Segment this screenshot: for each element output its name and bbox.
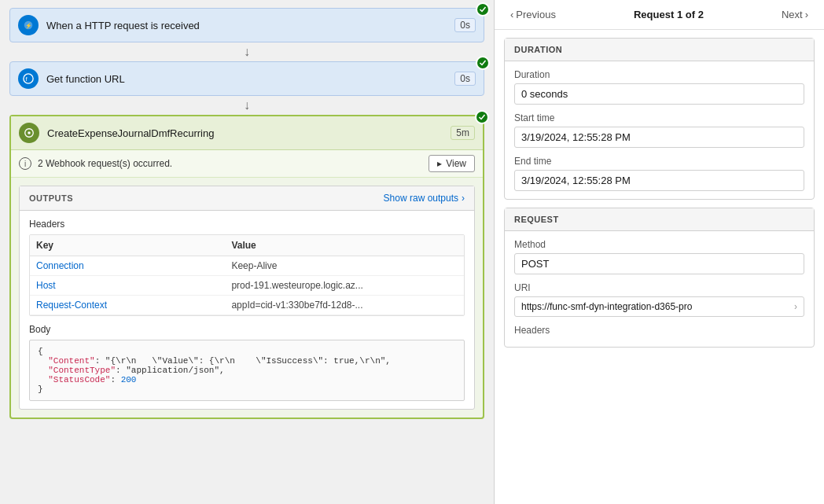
body-code-scroll: { "Content": "{\r\n \"Value\": {\r\n \"I… (38, 347, 456, 394)
view-button[interactable]: ▸ View (429, 155, 475, 172)
step-get-function[interactable]: f Get function URL 0s (9, 61, 484, 96)
row-key-context: Request-Context (30, 296, 225, 315)
col-value: Value (225, 235, 464, 256)
outputs-header: OUTPUTS Show raw outputs › (20, 186, 474, 211)
arrow-2: ↓ (9, 96, 484, 115)
uri-value: https://func-smf-dyn-integration-d365-pr… (514, 296, 804, 317)
webhook-bar: i 2 Webhook request(s) occurred. ▸ View (11, 150, 483, 178)
prev-chevron-icon: ‹ (510, 9, 513, 20)
headers-table-container: Key Value Connection Keep-Alive (29, 234, 465, 316)
uri-label: URI (514, 282, 804, 293)
row-val-host: prod-191.westeurope.logic.az... (225, 276, 464, 296)
end-time-label: End time (514, 156, 804, 167)
uri-text: https://func-smf-dyn-integration-d365-pr… (521, 301, 692, 312)
http-icon: ⚡ (18, 15, 39, 35)
body-code: { "Content": "{\r\n \"Value\": {\r\n \"I… (29, 340, 465, 401)
raw-outputs-chevron: › (462, 193, 465, 204)
row-val-context: appId=cid-v1:330be7fd-12d8-... (225, 296, 464, 315)
right-content: DURATION Duration 0 seconds Start time 3… (495, 30, 824, 504)
step-expense-label: CreateExpenseJournalDmfRecurring (47, 127, 451, 139)
body-label: Body (29, 324, 465, 335)
function-icon: f (18, 68, 39, 89)
right-panel: ‹ Previous Request 1 of 2 Next › DURATIO… (494, 0, 824, 504)
step-http-check (476, 2, 490, 17)
svg-text:f: f (26, 75, 28, 83)
duration-section: DURATION Duration 0 seconds Start time 3… (504, 38, 815, 200)
method-value: POST (514, 253, 804, 274)
of-label: of 2 (686, 9, 704, 20)
row-key-connection: Connection (30, 256, 225, 276)
start-time-field: Start time 3/19/2024, 12:55:28 PM (514, 112, 804, 148)
method-field: Method POST (514, 239, 804, 274)
outputs-body: Headers Key Value (20, 211, 474, 409)
step-function-label: Get function URL (46, 73, 454, 85)
row-key-host: Host (30, 276, 225, 296)
url-chevron-icon: › (794, 301, 797, 312)
table-row: Host prod-191.westeurope.logic.az... (30, 276, 464, 296)
step-http-request[interactable]: ⚡ When a HTTP request is received 0s (9, 8, 484, 42)
page-number: 1 (677, 9, 682, 20)
end-time-value: 3/19/2024, 12:55:28 PM (514, 170, 804, 191)
request-title: Request (634, 9, 674, 20)
next-label: Next (782, 9, 803, 20)
step-expense-duration: 5m (451, 126, 475, 140)
step-expense-header[interactable]: CreateExpenseJournalDmfRecurring 5m (11, 116, 483, 150)
prev-label: Previous (516, 9, 556, 20)
step-function-duration: 0s (454, 72, 476, 86)
right-header: ‹ Previous Request 1 of 2 Next › (495, 0, 824, 30)
duration-title: DURATION (505, 39, 814, 61)
outputs-section: OUTPUTS Show raw outputs › Headers Key (19, 186, 475, 410)
step-http-label: When a HTTP request is received (46, 20, 454, 31)
left-panel: ⚡ When a HTTP request is received 0s ↓ f… (0, 0, 494, 504)
duration-body: Duration 0 seconds Start time 3/19/2024,… (505, 61, 814, 199)
duration-field: Duration 0 seconds (514, 69, 804, 105)
header-title-area: Request 1 of 2 (567, 9, 771, 20)
method-label: Method (514, 239, 804, 250)
table-row: Connection Keep-Alive (30, 256, 464, 276)
svg-point-5 (28, 131, 31, 134)
outputs-title: OUTPUTS (29, 193, 73, 203)
next-button[interactable]: Next › (777, 6, 813, 23)
col-key: Key (30, 235, 225, 256)
start-time-value: 3/19/2024, 12:55:28 PM (514, 127, 804, 148)
webhook-icon (19, 123, 39, 143)
row-val-connection: Keep-Alive (225, 256, 464, 276)
view-arrow-icon: ▸ (437, 158, 442, 169)
headers-table: Key Value Connection Keep-Alive (30, 235, 464, 315)
info-icon: i (19, 157, 31, 170)
req-headers-label: Headers (514, 325, 804, 336)
svg-text:⚡: ⚡ (25, 22, 32, 29)
request-section: REQUEST Method POST URI https://func-smf… (504, 208, 815, 348)
req-headers-field: Headers (514, 325, 804, 336)
raw-outputs-label: Show raw outputs (384, 193, 458, 204)
uri-field: URI https://func-smf-dyn-integration-d36… (514, 282, 804, 317)
step-expense-check (475, 110, 489, 124)
request-title: REQUEST (505, 208, 814, 231)
duration-field-value: 0 seconds (514, 83, 804, 105)
view-btn-label: View (446, 158, 466, 169)
step-http-duration: 0s (454, 18, 476, 32)
arrow-1: ↓ (9, 42, 484, 61)
raw-outputs-link[interactable]: Show raw outputs › (384, 193, 465, 204)
end-time-field: End time 3/19/2024, 12:55:28 PM (514, 156, 804, 191)
next-chevron-icon: › (805, 9, 808, 20)
prev-button[interactable]: ‹ Previous (506, 6, 561, 23)
webhook-text: 2 Webhook request(s) occurred. (38, 158, 422, 169)
start-time-label: Start time (514, 112, 804, 123)
duration-field-label: Duration (514, 69, 804, 80)
step-create-expense: CreateExpenseJournalDmfRecurring 5m i 2 … (9, 115, 484, 419)
table-row: Request-Context appId=cid-v1:330be7fd-12… (30, 296, 464, 315)
headers-scroll-wrapper: Key Value Connection Keep-Alive (30, 235, 464, 315)
step-function-check (476, 56, 490, 70)
request-body: Method POST URI https://func-smf-dyn-int… (505, 231, 814, 347)
headers-label: Headers (29, 219, 465, 230)
